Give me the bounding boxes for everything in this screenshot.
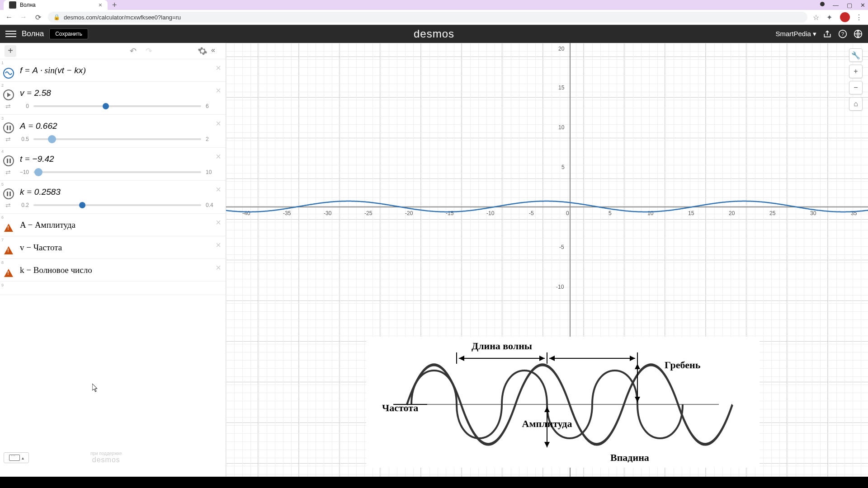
save-button[interactable]: Сохранить bbox=[49, 28, 88, 39]
wrench-icon[interactable]: 🔧 bbox=[849, 48, 863, 62]
expression-row-note[interactable]: 6 A − Амплитуда × bbox=[0, 214, 226, 236]
slider-expression[interactable]: v = 2.58 bbox=[17, 82, 226, 103]
menu-icon[interactable]: ⋮ bbox=[855, 13, 863, 21]
delete-expression-icon[interactable]: × bbox=[216, 151, 221, 162]
settings-icon[interactable] bbox=[198, 46, 208, 56]
graph-title[interactable]: Волна bbox=[22, 29, 44, 38]
slider-thumb[interactable] bbox=[103, 103, 109, 109]
slider-track[interactable] bbox=[33, 105, 201, 107]
desmos-logo: desmos bbox=[414, 28, 454, 40]
warning-icon[interactable] bbox=[4, 246, 13, 254]
slider-thumb[interactable] bbox=[48, 135, 56, 143]
expression-row-note[interactable]: 7 v − Частота × bbox=[0, 236, 226, 259]
redo-button[interactable]: ↶ bbox=[142, 46, 152, 56]
wave-curve bbox=[226, 43, 868, 359]
app-header: Волна Сохранить desmos SmartPedia ▾ ? bbox=[0, 25, 868, 43]
delete-expression-icon[interactable]: × bbox=[216, 217, 221, 228]
keyboard-toggle[interactable]: ▴ bbox=[4, 452, 29, 463]
window-controls: — ▢ ✕ bbox=[820, 2, 865, 9]
reload-button[interactable]: ⟳ bbox=[33, 13, 42, 22]
extensions-icon[interactable]: ✦ bbox=[826, 13, 835, 21]
home-button[interactable]: ⌂ bbox=[849, 97, 863, 111]
wave-diagram: Длина волны Гребень Частота Амплитуда Вп… bbox=[366, 337, 760, 468]
forward-button[interactable]: → bbox=[19, 13, 28, 22]
user-menu[interactable]: SmartPedia ▾ bbox=[775, 30, 816, 38]
slider-expression[interactable]: A = 0.662 bbox=[17, 115, 226, 136]
loop-mode-icon[interactable]: ⇄ bbox=[5, 136, 11, 143]
expression-row-slider-k[interactable]: 5 k = 0.2583 × ⇄ 0.2 0.4 bbox=[0, 181, 226, 214]
expression-row-empty[interactable]: 9 bbox=[0, 282, 226, 295]
note-text[interactable]: v − Частота bbox=[17, 236, 226, 258]
warning-icon[interactable] bbox=[4, 224, 13, 232]
note-text[interactable]: A − Амплитуда bbox=[17, 214, 226, 236]
delete-expression-icon[interactable]: × bbox=[216, 85, 221, 96]
expression-row-note[interactable]: 8 k − Волновое число × bbox=[0, 259, 226, 282]
expression-row-slider-v[interactable]: 2 v = 2.58 × ⇄ 0 6 bbox=[0, 82, 226, 115]
zoom-in-button[interactable]: + bbox=[849, 65, 863, 78]
language-icon[interactable] bbox=[854, 29, 863, 38]
account-dot-icon[interactable] bbox=[820, 2, 825, 6]
svg-text:Гребень: Гребень bbox=[665, 359, 701, 371]
hamburger-menu[interactable] bbox=[5, 28, 16, 39]
slider-track[interactable] bbox=[33, 138, 201, 140]
maximize-button[interactable]: ▢ bbox=[847, 2, 852, 9]
expression-row-slider-a[interactable]: 3 A = 0.662 × ⇄ 0.5 2 bbox=[0, 115, 226, 148]
add-expression-button[interactable]: + bbox=[5, 45, 16, 57]
delete-expression-icon[interactable]: × bbox=[216, 240, 221, 250]
lock-icon: 🔒 bbox=[53, 14, 60, 20]
expression-row-function[interactable]: 1 f = A · sin(vt − kx) × bbox=[0, 59, 226, 82]
svg-text:Впадина: Впадина bbox=[610, 452, 649, 463]
delete-expression-icon[interactable]: × bbox=[216, 263, 221, 273]
undo-button[interactable]: ↶ bbox=[130, 46, 140, 56]
svg-text:?: ? bbox=[841, 31, 844, 37]
pause-slider-icon[interactable] bbox=[3, 155, 14, 166]
function-color-icon[interactable] bbox=[3, 68, 14, 79]
tab-title: Волна bbox=[20, 2, 36, 8]
close-window-button[interactable]: ✕ bbox=[860, 2, 865, 9]
svg-text:Длина волны: Длина волны bbox=[472, 340, 532, 352]
slider-track[interactable] bbox=[33, 204, 201, 206]
loop-mode-icon[interactable]: ⇄ bbox=[5, 169, 11, 176]
back-button[interactable]: ← bbox=[5, 13, 14, 22]
slider-track[interactable] bbox=[33, 171, 201, 173]
svg-text:Частота: Частота bbox=[382, 402, 418, 413]
note-text[interactable]: k − Волновое число bbox=[17, 259, 226, 281]
expression-toolbar: + ↶ ↶ « bbox=[0, 43, 226, 59]
delete-expression-icon[interactable]: × bbox=[216, 63, 221, 73]
slider-expression[interactable]: k = 0.2583 bbox=[17, 181, 226, 202]
favicon-icon bbox=[9, 1, 16, 9]
caret-up-icon: ▴ bbox=[22, 455, 24, 460]
play-slider-icon[interactable] bbox=[3, 89, 14, 100]
expression-text[interactable]: f = A · sin(vt − kx) bbox=[17, 59, 226, 81]
slider-expression[interactable]: t = −9.42 bbox=[17, 148, 226, 169]
close-tab-icon[interactable]: × bbox=[99, 1, 102, 9]
expression-panel: + ↶ ↶ « 1 f = A · sin(vt − kx) × 2 v = 2… bbox=[0, 43, 226, 477]
slider-thumb[interactable] bbox=[79, 202, 85, 208]
share-icon[interactable] bbox=[823, 29, 832, 38]
pause-slider-icon[interactable] bbox=[3, 188, 14, 199]
minimize-button[interactable]: — bbox=[833, 2, 839, 9]
pause-slider-icon[interactable] bbox=[3, 122, 14, 133]
new-tab-button[interactable]: + bbox=[112, 0, 117, 10]
star-icon[interactable]: ☆ bbox=[813, 13, 821, 21]
help-icon[interactable]: ? bbox=[838, 29, 847, 38]
slider-thumb[interactable] bbox=[34, 168, 42, 176]
collapse-panel-button[interactable]: « bbox=[211, 46, 221, 56]
expression-row-slider-t[interactable]: 4 t = −9.42 × ⇄ −10 10 bbox=[0, 148, 226, 181]
svg-text:Амплитуда: Амплитуда bbox=[522, 418, 572, 429]
graph-canvas[interactable]: 20 15 10 5 -5 -10 -40 -35 -30 -25 -20 -1… bbox=[226, 43, 868, 477]
expression-list: 1 f = A · sin(vt − kx) × 2 v = 2.58 × ⇄ … bbox=[0, 59, 226, 477]
browser-chrome: Волна × + ← → ⟳ 🔒 desmos.com/calculator/… bbox=[0, 0, 868, 25]
profile-avatar[interactable] bbox=[840, 12, 850, 22]
delete-expression-icon[interactable]: × bbox=[216, 184, 221, 195]
powered-by: при поддержке desmos bbox=[90, 451, 122, 464]
warning-icon[interactable] bbox=[4, 269, 13, 277]
browser-tab[interactable]: Волна × bbox=[4, 0, 108, 10]
loop-mode-icon[interactable]: ⇄ bbox=[5, 202, 11, 209]
loop-mode-icon[interactable]: ⇄ bbox=[5, 103, 11, 110]
keyboard-icon bbox=[9, 455, 20, 461]
zoom-out-button[interactable]: − bbox=[849, 81, 863, 94]
address-bar: ← → ⟳ 🔒 desmos.com/calculator/mcxwfksee0… bbox=[0, 10, 868, 25]
url-field[interactable]: 🔒 desmos.com/calculator/mcxwfksee0?lang=… bbox=[48, 12, 807, 23]
delete-expression-icon[interactable]: × bbox=[216, 118, 221, 129]
